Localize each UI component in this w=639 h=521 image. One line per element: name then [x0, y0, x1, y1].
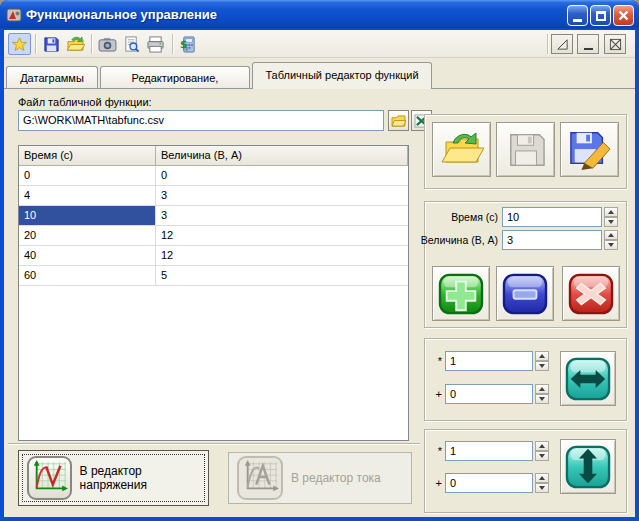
- spin-up-button[interactable]: [535, 441, 549, 451]
- camera-icon: [98, 37, 117, 52]
- save-as-button[interactable]: [560, 122, 619, 177]
- roll-up-triangle-icon: [556, 38, 569, 51]
- table-row[interactable]: 40 12: [19, 246, 408, 266]
- rollup-window-button[interactable]: [551, 34, 573, 54]
- amount-spinner[interactable]: [604, 230, 618, 250]
- open-table-file-button[interactable]: [432, 122, 491, 177]
- tab-datagrams[interactable]: Датаграммы: [6, 66, 98, 89]
- cell-value[interactable]: 12: [156, 226, 408, 246]
- minimize-flat-button[interactable]: [577, 34, 599, 54]
- cell-time[interactable]: 0: [19, 166, 156, 186]
- cell-value[interactable]: 12: [156, 246, 408, 266]
- table-row[interactable]: 20 12: [19, 226, 408, 246]
- delete-all-button[interactable]: [562, 266, 620, 321]
- cell-value[interactable]: 5: [156, 266, 408, 286]
- save-as-floppy-pencil-icon: [567, 129, 613, 171]
- minimize-flat-icon: [584, 48, 593, 50]
- spin-up-button[interactable]: [535, 473, 549, 483]
- amount-add-input[interactable]: 0: [445, 473, 533, 493]
- apply-amount-transform-button[interactable]: [560, 439, 616, 494]
- cell-time-selected[interactable]: 10: [19, 206, 156, 226]
- spin-down-button[interactable]: [535, 394, 549, 404]
- time-add-input[interactable]: 0: [445, 384, 533, 404]
- to-current-editor-label: В редактор тока: [291, 471, 381, 485]
- to-current-editor-button[interactable]: В редактор тока: [228, 452, 412, 504]
- calculator-button[interactable]: $: [177, 33, 200, 55]
- toolbar: $: [4, 30, 635, 58]
- browse-file-button[interactable]: [388, 110, 409, 131]
- spin-up-button[interactable]: [604, 207, 618, 217]
- cell-value[interactable]: 0: [156, 166, 408, 186]
- spin-down-button[interactable]: [604, 240, 618, 250]
- table-row[interactable]: 4 3: [19, 186, 408, 206]
- spin-down-button[interactable]: [535, 483, 549, 493]
- cell-value[interactable]: 3: [156, 206, 408, 226]
- file-path-input[interactable]: G:\WORK\MATH\tabfunc.csv: [18, 110, 384, 131]
- remove-point-button[interactable]: [496, 266, 554, 321]
- to-voltage-editor-button[interactable]: В редактор напряжения: [18, 450, 209, 506]
- up-arrow-icon: [608, 210, 614, 214]
- close-button[interactable]: [613, 5, 634, 26]
- down-arrow-icon: [539, 454, 545, 458]
- minimize-button[interactable]: [567, 5, 588, 26]
- spin-down-button[interactable]: [604, 217, 618, 227]
- file-path-label: Файл табличной функции:: [18, 96, 152, 108]
- tab-editing-voltage[interactable]: Редактирование, напряжение: [100, 66, 250, 89]
- spin-up-button[interactable]: [535, 351, 549, 361]
- spin-down-button[interactable]: [535, 361, 549, 371]
- table-row[interactable]: 60 5: [19, 266, 408, 286]
- amount-multiply-input[interactable]: 1: [445, 441, 533, 461]
- svg-text:$: $: [180, 38, 187, 50]
- calculator-icon: $: [180, 36, 197, 53]
- open-button[interactable]: [64, 33, 87, 55]
- cell-time[interactable]: 20: [19, 226, 156, 246]
- up-arrow-icon: [539, 476, 545, 480]
- vertical-arrows-icon: [565, 445, 611, 489]
- tab-table-function-editor[interactable]: Табличный редактор функций: [252, 62, 432, 89]
- toolbar-separator: [35, 34, 37, 54]
- close-flat-button[interactable]: [604, 34, 626, 54]
- up-arrow-icon: [539, 354, 545, 358]
- cell-time[interactable]: 60: [19, 266, 156, 286]
- screenshot-button[interactable]: [96, 33, 119, 55]
- folder-icon: [391, 115, 406, 127]
- table-row[interactable]: 0 0: [19, 166, 408, 186]
- app-icon: [6, 7, 22, 23]
- multiply-label: *: [430, 355, 442, 367]
- time-multiply-spinner[interactable]: [535, 351, 549, 371]
- function-table[interactable]: Время (с) Величина (В, А) 0 0 4 3 10 3 2…: [18, 145, 409, 441]
- print-preview-icon: [123, 36, 140, 53]
- close-icon: [618, 10, 629, 21]
- toolbar-separator: [172, 34, 174, 54]
- time-add-spinner[interactable]: [535, 384, 549, 404]
- titlebar: Функциональное управление: [0, 0, 639, 30]
- spin-up-button[interactable]: [535, 384, 549, 394]
- maximize-button[interactable]: [590, 5, 611, 26]
- save-button[interactable]: [40, 33, 63, 55]
- add-plus-icon: [438, 273, 484, 315]
- cell-value[interactable]: 3: [156, 186, 408, 206]
- add-point-button[interactable]: [432, 266, 490, 321]
- table-row-selected[interactable]: 10 3: [19, 206, 408, 226]
- current-chart-icon-disabled: [237, 456, 283, 500]
- up-arrow-icon: [539, 444, 545, 448]
- save-table-file-button-disabled[interactable]: [496, 122, 555, 177]
- time-input[interactable]: 10: [502, 207, 602, 227]
- amount-input[interactable]: 3: [502, 230, 602, 250]
- cell-time[interactable]: 4: [19, 186, 156, 206]
- print-preview-button[interactable]: [120, 33, 143, 55]
- amount-add-spinner[interactable]: [535, 473, 549, 493]
- time-multiply-input[interactable]: 1: [445, 351, 533, 371]
- spin-up-button[interactable]: [604, 230, 618, 240]
- toolbar-separator: [547, 34, 549, 54]
- print-button[interactable]: [144, 33, 167, 55]
- time-spinner[interactable]: [604, 207, 618, 227]
- spin-down-button[interactable]: [535, 451, 549, 461]
- open-folder-big-icon: [440, 131, 484, 169]
- column-header-time: Время (с): [19, 146, 156, 166]
- save-floppy-icon: [43, 36, 60, 53]
- cell-time[interactable]: 40: [19, 246, 156, 266]
- favorites-button[interactable]: [8, 33, 31, 55]
- apply-time-transform-button[interactable]: [560, 351, 616, 406]
- amount-multiply-spinner[interactable]: [535, 441, 549, 461]
